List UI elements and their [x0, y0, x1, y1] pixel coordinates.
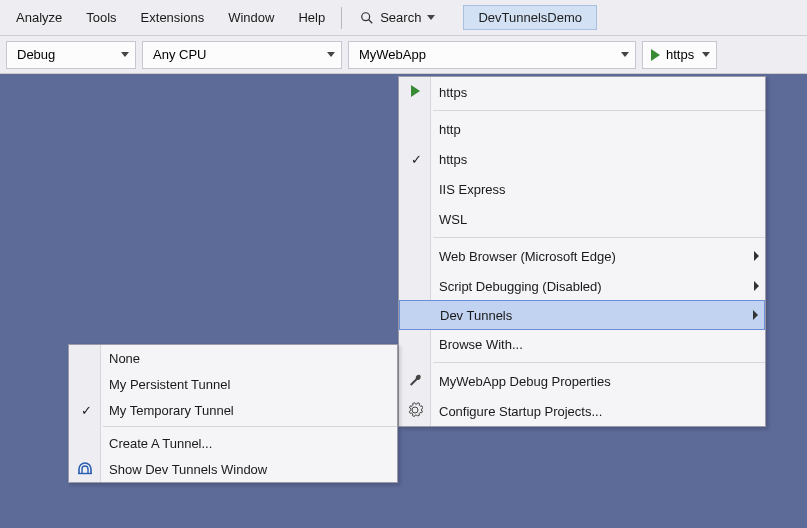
caret-down-icon [702, 52, 710, 57]
menu-help[interactable]: Help [286, 4, 337, 31]
play-icon [405, 85, 425, 100]
caret-down-icon [327, 52, 335, 57]
tunnel-item-persistent[interactable]: My Persistent Tunnel [69, 371, 397, 397]
submenu-arrow-icon [753, 310, 758, 320]
dropdown-separator [433, 110, 765, 111]
config-value: Debug [17, 47, 55, 62]
menu-tools[interactable]: Tools [74, 4, 128, 31]
platform-value: Any CPU [153, 47, 206, 62]
gear-icon [405, 402, 425, 421]
run-dropdown: https http ✓ https IIS Express WSL Web B… [398, 76, 766, 427]
menu-window[interactable]: Window [216, 4, 286, 31]
tunnel-item-show-window[interactable]: Show Dev Tunnels Window [69, 456, 397, 482]
item-label: My Persistent Tunnel [109, 377, 230, 392]
startup-value: MyWebApp [359, 47, 426, 62]
item-label: http [439, 122, 461, 137]
search-icon [360, 11, 374, 25]
item-label: https [439, 152, 467, 167]
dev-tunnels-submenu: None My Persistent Tunnel ✓ My Temporary… [68, 344, 398, 483]
platform-combo[interactable]: Any CPU [142, 41, 342, 69]
run-item-debug-properties[interactable]: MyWebApp Debug Properties [399, 366, 765, 396]
item-label: Web Browser (Microsoft Edge) [439, 249, 616, 264]
item-label: Create A Tunnel... [109, 436, 212, 451]
run-item-iis-express[interactable]: IIS Express [399, 174, 765, 204]
submenu-arrow-icon [754, 251, 759, 261]
check-icon: ✓ [407, 152, 425, 167]
tunnel-item-temporary[interactable]: ✓ My Temporary Tunnel [69, 397, 397, 423]
menu-separator [341, 7, 342, 29]
svg-line-1 [369, 19, 373, 23]
caret-down-icon [121, 52, 129, 57]
menu-extensions[interactable]: Extensions [129, 4, 217, 31]
item-label: MyWebApp Debug Properties [439, 374, 611, 389]
run-button[interactable]: https [642, 41, 717, 69]
submenu-arrow-icon [754, 281, 759, 291]
run-item-dev-tunnels[interactable]: Dev Tunnels [399, 300, 765, 330]
menu-analyze[interactable]: Analyze [4, 4, 74, 31]
search-label: Search [380, 10, 421, 25]
project-badge[interactable]: DevTunnelsDemo [463, 5, 597, 30]
startup-combo[interactable]: MyWebApp [348, 41, 636, 69]
item-label: None [109, 351, 140, 366]
item-label: IIS Express [439, 182, 505, 197]
run-item-browse-with[interactable]: Browse With... [399, 329, 765, 359]
item-label: Configure Startup Projects... [439, 404, 602, 419]
item-label: WSL [439, 212, 467, 227]
menu-bar: Analyze Tools Extensions Window Help Sea… [0, 0, 807, 36]
toolbar: Debug Any CPU MyWebApp https [0, 36, 807, 74]
wrench-icon [405, 372, 425, 391]
search-button[interactable]: Search [350, 6, 445, 29]
dropdown-separator [433, 362, 765, 363]
item-label: My Temporary Tunnel [109, 403, 234, 418]
run-item-configure-startup[interactable]: Configure Startup Projects... [399, 396, 765, 426]
item-label: https [439, 85, 467, 100]
run-item-web-browser[interactable]: Web Browser (Microsoft Edge) [399, 241, 765, 271]
item-label: Show Dev Tunnels Window [109, 462, 267, 477]
dropdown-separator [433, 237, 765, 238]
check-icon: ✓ [77, 403, 95, 418]
run-item-http[interactable]: http [399, 114, 765, 144]
tunnel-item-none[interactable]: None [69, 345, 397, 371]
svg-point-0 [362, 12, 370, 20]
run-item-https[interactable]: ✓ https [399, 144, 765, 174]
item-label: Script Debugging (Disabled) [439, 279, 602, 294]
caret-down-icon [621, 52, 629, 57]
run-item-wsl[interactable]: WSL [399, 204, 765, 234]
run-item-script-debugging[interactable]: Script Debugging (Disabled) [399, 271, 765, 301]
run-item-https-top[interactable]: https [399, 77, 765, 107]
tunnel-icon [75, 460, 95, 479]
item-label: Browse With... [439, 337, 523, 352]
dropdown-separator [103, 426, 397, 427]
item-label: Dev Tunnels [440, 308, 512, 323]
tunnel-item-create[interactable]: Create A Tunnel... [69, 430, 397, 456]
run-label: https [666, 47, 694, 62]
play-icon [651, 49, 660, 61]
caret-down-icon [427, 15, 435, 20]
config-combo[interactable]: Debug [6, 41, 136, 69]
